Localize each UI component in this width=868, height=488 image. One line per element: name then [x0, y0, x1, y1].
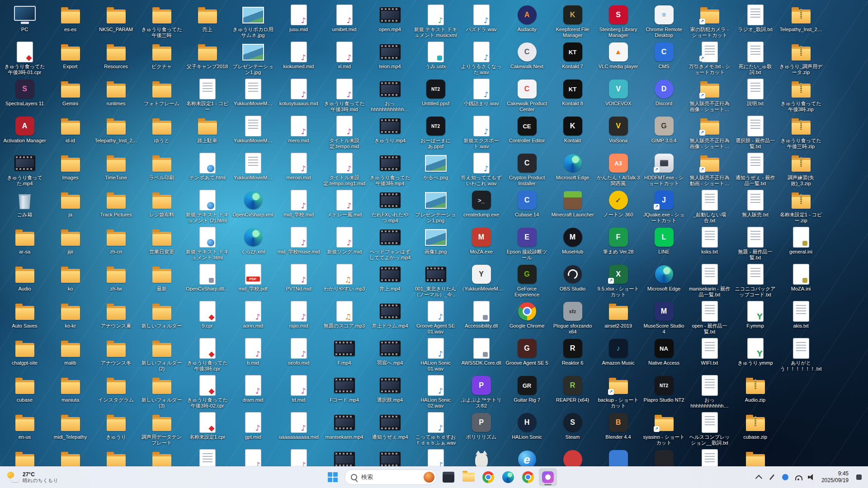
desktop-icon[interactable]: ♪kiokumed.mid: [276, 40, 321, 77]
desktop-icon[interactable]: DDiscord: [641, 77, 687, 114]
desktop-icon[interactable]: VVoiSona: [595, 114, 641, 151]
desktop-icon[interactable]: ♫無題のスコア.mp3: [321, 299, 367, 336]
desktop-icon[interactable]: MMuseHub: [550, 225, 595, 262]
desktop-icon[interactable]: プレゼンテーション1.jpg: [230, 40, 276, 77]
desktop-icon[interactable]: [641, 447, 687, 466]
desktop-icon[interactable]: cubase.zip: [732, 410, 778, 447]
desktop-icon[interactable]: AWSSDK.Core.dll: [458, 336, 504, 373]
desktop-icon[interactable]: ♪: [413, 447, 458, 466]
desktop-icon[interactable]: 羽宸へ.mp4: [367, 336, 413, 373]
desktop-icon[interactable]: ♪Groove Agent SE 01.wav: [413, 299, 458, 336]
desktop-icon[interactable]: ♪きゅうり食ってた午後3時.mid: [321, 77, 367, 114]
desktop-icon[interactable]: ♪: [230, 447, 276, 466]
desktop-icon[interactable]: ≡Chrome Remote Desktop: [641, 3, 687, 40]
desktop-icon[interactable]: OpenCvSharp.xml: [230, 188, 276, 225]
desktop-icon[interactable]: general.ini: [778, 225, 824, 262]
desktop-icon[interactable]: sfzPlogue sforzando x64: [550, 299, 595, 336]
desktop-icon[interactable]: runtimes: [93, 77, 139, 114]
desktop-icon[interactable]: CCakewalk Next: [504, 40, 550, 77]
desktop-icon[interactable]: malib: [47, 336, 93, 373]
desktop-icon[interactable]: ♪aorin.mid: [230, 299, 276, 336]
chevron-up-icon[interactable]: [755, 468, 763, 486]
desktop-icon[interactable]: F筆まめ Ver.28: [595, 225, 641, 262]
desktop-icon[interactable]: MMuseScore Studio 4: [641, 299, 687, 336]
desktop-icon[interactable]: フォトフレーム: [139, 77, 184, 114]
desktop-icon[interactable]: YF.ymmp: [732, 299, 778, 336]
desktop-icon[interactable]: 新しいフォルダー: [139, 299, 184, 336]
desktop-icon[interactable]: ♪umibet.mid: [321, 3, 367, 40]
desktop-icon[interactable]: 父子キャンプ2018: [184, 40, 230, 77]
desktop-icon[interactable]: アナウンス冬: [93, 336, 139, 373]
desktop-icon[interactable]: きゅうり食ってた午後3時.mp4: [367, 151, 413, 188]
desktop-icon[interactable]: ♪こってゅｈｄすおｆｄｓｂふぁ.wav: [413, 410, 458, 447]
desktop-icon[interactable]: [2, 447, 47, 466]
desktop-icon[interactable]: 路上駐車: [184, 114, 230, 151]
desktop-icon[interactable]: chatgpt-site: [2, 336, 47, 373]
desktop-icon[interactable]: YukkuriMovieM…: [230, 114, 276, 151]
desktop-icon[interactable]: ✓ノートン 360: [595, 188, 641, 225]
desktop-icon[interactable]: ↗家の防犯カメラ - ショートカット: [687, 3, 732, 40]
desktop-icon[interactable]: ♪mid_学校.mid: [276, 188, 321, 225]
desktop-icon[interactable]: 新しいフォルダー (3): [139, 373, 184, 410]
desktop-icon[interactable]: airset2-2019: [595, 299, 641, 336]
desktop-icon[interactable]: ♪rajio.mid: [276, 299, 321, 336]
desktop-icon[interactable]: おっhhhhhhhhhhhh…: [367, 77, 413, 114]
desktop-icon[interactable]: midi_Telepathy: [47, 410, 93, 447]
desktop-icon[interactable]: [732, 447, 778, 466]
desktop-icon[interactable]: Y（YukkuriMovieM…: [458, 262, 504, 299]
desktop-icon[interactable]: 説明.txt: [732, 77, 778, 114]
desktop-icon[interactable]: ↗無人販売不正行為動画 - ショートカット: [687, 151, 732, 188]
desktop-icon[interactable]: 無人販売.txt: [732, 188, 778, 225]
desktop-icon[interactable]: F.mp4: [321, 336, 367, 373]
desktop-icon[interactable]: GGeForce Experience: [504, 262, 550, 299]
desktop-icon[interactable]: ko-kr: [47, 299, 93, 336]
desktop-icon[interactable]: GRGuitar Rig 7: [504, 373, 550, 410]
desktop-icon[interactable]: [687, 447, 732, 466]
desktop-icon[interactable]: en-us: [2, 410, 47, 447]
desktop-icon[interactable]: ラベル印刷: [139, 151, 184, 188]
desktop-icon[interactable]: レジ袋有料: [139, 188, 184, 225]
desktop-icon[interactable]: 新規 テキスト ドキュメント (2).html: [184, 188, 230, 225]
desktop-icon[interactable]: インスタグラム: [93, 373, 139, 410]
desktop-icon[interactable]: ありがとう！！！！！！.txt: [778, 336, 824, 373]
desktop-icon[interactable]: ♪Amazon Music: [595, 336, 641, 373]
desktop-icon[interactable]: Fコード.mp4: [321, 373, 367, 410]
desktop-icon[interactable]: KTKontakt 8: [550, 77, 595, 114]
desktop-icon[interactable]: 調声練習(失敗)_3.zip: [778, 151, 824, 188]
desktop-icon[interactable]: KTKontakt 7: [550, 40, 595, 77]
desktop-icon[interactable]: 通知うぜぇ.mp4: [367, 410, 413, 447]
desktop-icon[interactable]: CCakewalk Product Center: [504, 77, 550, 114]
desktop-icon[interactable]: Microsoft Edge: [641, 262, 687, 299]
desktop-icon[interactable]: プレゼンテーション1.png: [413, 188, 458, 225]
desktop-icon[interactable]: zh-tw: [93, 262, 139, 299]
desktop-icon[interactable]: >_createdump.exe: [458, 188, 504, 225]
desktop-icon[interactable]: CEController Editor: [504, 114, 550, 151]
desktop-icon[interactable]: Telepathy_Inst_2…: [778, 3, 824, 40]
desktop-icon[interactable]: ↗backup - ショートカット: [595, 373, 641, 410]
desktop-icon[interactable]: 営業日変更: [139, 225, 184, 262]
taskbar-app-chrome[interactable]: [479, 468, 497, 486]
desktop-icon[interactable]: 選択肢 - 親作品一覧.txt: [732, 114, 778, 151]
desktop-icon[interactable]: WIFI.txt: [687, 336, 732, 373]
desktop-icon[interactable]: ♪メドレー風.mid: [321, 188, 367, 225]
desktop-icon[interactable]: ゆうと: [139, 114, 184, 151]
desktop-icon[interactable]: SSteam: [550, 410, 595, 447]
desktop-icon[interactable]: ♫わかりやすい.mp3: [321, 262, 367, 299]
desktop-icon[interactable]: ♪新規エクスポート.wav: [458, 114, 504, 151]
desktop-icon[interactable]: CCrypton Product Installer: [504, 151, 550, 188]
desktop-icon[interactable]: ピクチャ: [139, 40, 184, 77]
desktop-icon[interactable]: Audio: [2, 262, 47, 299]
desktop-icon[interactable]: ♪jusu.mid: [276, 3, 321, 40]
desktop-icon[interactable]: 井上ドラム.mp4: [367, 299, 413, 336]
bluetooth-icon[interactable]: [781, 468, 789, 486]
desktop-icon[interactable]: A3かんたん！AITalk 3 関西風: [595, 151, 641, 188]
taskbar-app-edge[interactable]: [499, 468, 517, 486]
desktop-icon[interactable]: ♪PVTNd.mid: [276, 262, 321, 299]
desktop-icon[interactable]: ◆名称未設定1.cpr: [184, 410, 230, 447]
desktop-icon[interactable]: 名称未設定1 - コピー.zip: [778, 188, 824, 225]
desktop-icon[interactable]: きゅうり_調声用データ.zip: [778, 40, 824, 77]
desktop-icon[interactable]: ♪: [276, 447, 321, 466]
desktop-icon[interactable]: GGIMP 3.0.4: [641, 114, 687, 151]
desktop-icon[interactable]: PDFmid_学校.pdf: [230, 262, 276, 299]
desktop-icon[interactable]: YukkuriMovieM…: [230, 151, 276, 188]
